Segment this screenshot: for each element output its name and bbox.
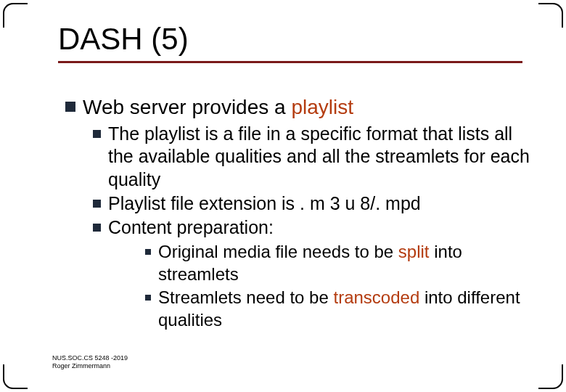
text-fragment: Streamlets need to be (158, 287, 333, 307)
highlight-text: transcoded (333, 287, 419, 307)
square-bullet-icon (145, 295, 151, 301)
corner-decoration (538, 364, 563, 389)
bullet-text: Content preparation: (108, 216, 274, 239)
bullet-lvl3: Original media file needs to be split in… (145, 240, 537, 285)
bullet-lvl2: Content preparation: (93, 216, 537, 239)
footer-author: Roger Zimmermann (52, 362, 128, 370)
bullet-lvl1: Web server provides a playlist (65, 94, 537, 120)
bullet-text: Web server provides a playlist (83, 94, 353, 120)
square-bullet-icon (93, 130, 101, 138)
square-bullet-icon (145, 249, 151, 255)
text-fragment: Original media file needs to be (158, 242, 398, 261)
bullet-lvl3-group: Original media file needs to be split in… (145, 240, 537, 331)
square-bullet-icon (93, 224, 101, 232)
corner-decoration (538, 3, 563, 28)
bullet-text: Playlist file extension is . m 3 u 8/. m… (108, 192, 421, 215)
bullet-text: Original media file needs to be split in… (158, 240, 537, 285)
text-fragment: Web server provides a (83, 96, 291, 118)
footer: NUS.SOC.CS 5248 -2019 Roger Zimmermann (52, 354, 128, 370)
slide-body: Web server provides a playlist The playl… (65, 94, 537, 331)
bullet-lvl2-group: The playlist is a file in a specific for… (93, 123, 537, 331)
highlight-text: split (398, 242, 430, 261)
bullet-text: Streamlets need to be transcoded into di… (158, 286, 537, 331)
corner-decoration (3, 364, 28, 389)
slide: DASH (5) Web server provides a playlist … (0, 0, 566, 392)
bullet-lvl3: Streamlets need to be transcoded into di… (145, 286, 537, 331)
bullet-lvl2: Playlist file extension is . m 3 u 8/. m… (93, 192, 537, 215)
bullet-lvl2: The playlist is a file in a specific for… (93, 123, 537, 191)
bullet-text: The playlist is a file in a specific for… (108, 123, 537, 191)
corner-decoration (3, 3, 28, 28)
square-bullet-icon (65, 102, 75, 112)
footer-course-code: NUS.SOC.CS 5248 -2019 (52, 354, 128, 362)
slide-title: DASH (5) (58, 22, 522, 63)
highlight-text: playlist (291, 96, 353, 118)
square-bullet-icon (93, 200, 101, 208)
